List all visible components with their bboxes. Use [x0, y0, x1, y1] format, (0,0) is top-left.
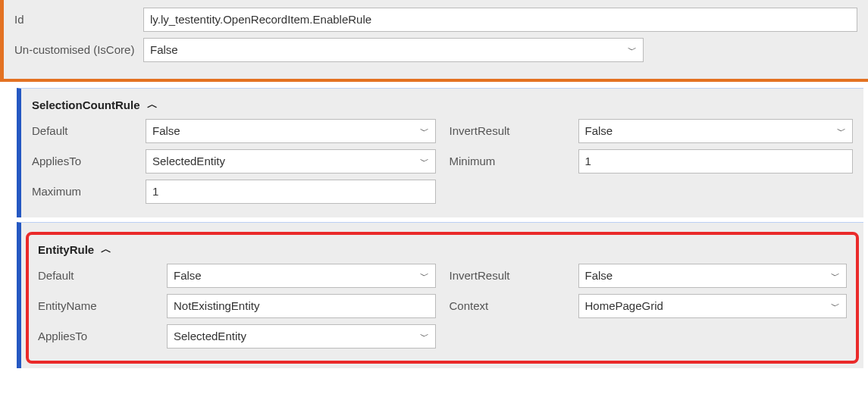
chevron-down-icon: ﹀ — [837, 120, 846, 142]
entity-rule-header[interactable]: EntityRule ﹀ — [38, 242, 847, 256]
scr-invert-label: InvertResult — [450, 123, 578, 139]
er-default-value: False — [174, 264, 202, 287]
chevron-up-icon: ﹀ — [146, 98, 157, 111]
scr-maximum-value: 1 — [152, 180, 158, 203]
er-appliesto-value: SelectedEntity — [174, 325, 246, 348]
uncustomised-select[interactable]: False ﹀ — [143, 38, 644, 62]
selection-count-rule-title: SelectionCountRule — [32, 98, 140, 111]
er-entityname-label: EntityName — [38, 299, 167, 314]
scr-invert-value: False — [585, 120, 613, 142]
scr-default-value: False — [152, 120, 180, 142]
scr-maximum-input[interactable]: 1 — [146, 180, 436, 204]
scr-appliesto-value: SelectedEntity — [152, 150, 225, 173]
er-context-label: Context — [450, 299, 578, 314]
er-appliesto-select[interactable]: SelectedEntity ﹀ — [167, 324, 436, 349]
chevron-down-icon: ﹀ — [831, 295, 840, 317]
entity-rule-highlight: EntityRule ﹀ Default False ﹀ InvertResul… — [26, 232, 859, 364]
er-appliesto-label: AppliesTo — [38, 329, 167, 344]
er-invert-select[interactable]: False ﹀ — [578, 264, 848, 288]
er-default-select[interactable]: False ﹀ — [167, 264, 436, 288]
scr-maximum-label: Maximum — [32, 184, 146, 199]
id-label: Id — [14, 12, 143, 27]
chevron-down-icon: ﹀ — [628, 39, 637, 61]
scr-invert-select[interactable]: False ﹀ — [578, 119, 854, 143]
scr-appliesto-label: AppliesTo — [32, 154, 146, 169]
er-entityname-input[interactable]: NotExistingEntity — [167, 294, 436, 318]
id-value: ly.ly_testentity.OpenRecordItem.EnableRu… — [150, 8, 371, 31]
selection-count-rule-header[interactable]: SelectionCountRule ﹀ — [32, 98, 853, 111]
scr-minimum-input[interactable]: 1 — [578, 149, 854, 173]
chevron-down-icon: ﹀ — [420, 150, 429, 173]
er-context-select[interactable]: HomePageGrid ﹀ — [578, 294, 848, 318]
scr-default-select[interactable]: False ﹀ — [146, 119, 436, 143]
chevron-down-icon: ﹀ — [420, 325, 429, 348]
er-invert-label: InvertResult — [450, 268, 578, 283]
scr-minimum-label: Minimum — [450, 154, 578, 169]
entity-rule-panel: EntityRule ﹀ Default False ﹀ InvertResul… — [17, 222, 863, 368]
scr-minimum-value: 1 — [585, 150, 591, 173]
er-context-value: HomePageGrid — [585, 295, 663, 317]
er-default-label: Default — [38, 268, 167, 283]
uncustomised-value: False — [150, 39, 178, 61]
uncustomised-label: Un-customised (IsCore) — [14, 42, 143, 58]
er-entityname-value: NotExistingEntity — [174, 295, 259, 317]
entity-rule-title: EntityRule — [38, 243, 94, 256]
er-invert-value: False — [585, 264, 613, 287]
scr-default-label: Default — [32, 123, 146, 139]
chevron-down-icon: ﹀ — [831, 264, 840, 287]
scr-appliesto-select[interactable]: SelectedEntity ﹀ — [146, 149, 436, 173]
rules-container: SelectionCountRule ﹀ Default False ﹀ Inv… — [0, 82, 868, 368]
enable-rule-panel: Id ly.ly_testentity.OpenRecordItem.Enabl… — [0, 0, 868, 79]
id-input[interactable]: ly.ly_testentity.OpenRecordItem.EnableRu… — [143, 8, 857, 32]
selection-count-rule-panel: SelectionCountRule ﹀ Default False ﹀ Inv… — [17, 88, 863, 217]
chevron-down-icon: ﹀ — [420, 264, 429, 287]
chevron-up-icon: ﹀ — [100, 242, 111, 256]
chevron-down-icon: ﹀ — [420, 120, 429, 142]
